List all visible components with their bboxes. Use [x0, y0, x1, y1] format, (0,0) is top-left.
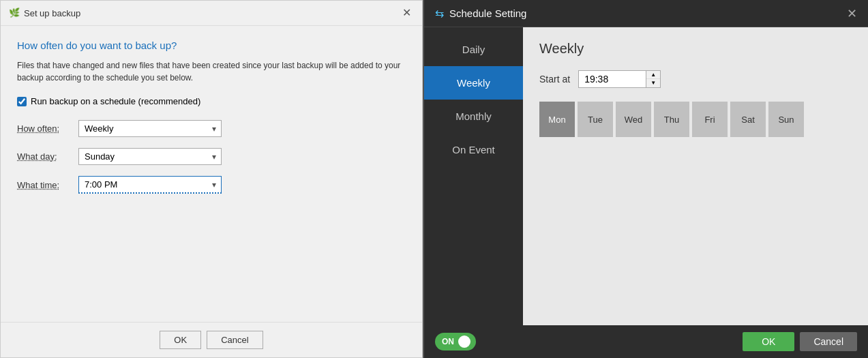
dialog-content: How often do you want to back up? Files … [1, 26, 422, 322]
day-button-wed[interactable]: Wed [616, 102, 651, 137]
day-button-sat[interactable]: Sat [730, 102, 766, 137]
dialog-footer: OK Cancel [1, 322, 422, 357]
toggle-label[interactable]: ON [435, 333, 476, 350]
left-cancel-button[interactable]: Cancel [207, 331, 263, 349]
nav-item-weekly[interactable]: Weekly [424, 66, 523, 100]
time-input[interactable] [578, 70, 646, 88]
schedule-close-button[interactable]: ✕ [847, 8, 857, 20]
schedule-nav: Daily Weekly Monthly On Event [424, 27, 523, 325]
what-time-select[interactable]: 7:00 PM 12:00 AM 6:00 AM 12:00 PM [78, 176, 222, 194]
nav-item-monthly[interactable]: Monthly [424, 100, 523, 133]
what-day-select-wrapper[interactable]: Sunday Monday Tuesday Wednesday Thursday… [78, 148, 222, 165]
dialog-description: Files that have changed and new files th… [17, 59, 406, 84]
dialog-title: Set up backup [24, 8, 80, 18]
dialog-titlebar: 🌿 Set up backup ✕ [1, 1, 422, 26]
schedule-cancel-button[interactable]: Cancel [800, 332, 857, 351]
toggle-circle [458, 335, 470, 348]
dialog-heading: How often do you want to back up? [17, 40, 406, 51]
time-spinner: ▲ ▼ [646, 70, 661, 88]
what-day-select[interactable]: Sunday Monday Tuesday Wednesday Thursday… [78, 148, 222, 165]
backup-icon: 🌿 [9, 8, 20, 18]
time-increment-button[interactable]: ▲ [646, 71, 660, 79]
schedule-arrow-icon: ⇆ [435, 7, 444, 20]
how-often-row: How often: Weekly Daily Monthly [17, 120, 406, 137]
start-at-label: Start at [539, 74, 570, 85]
nav-item-daily[interactable]: Daily [424, 33, 523, 66]
schedule-footer: ON OK Cancel [424, 325, 868, 358]
schedule-body: Daily Weekly Monthly On Event Weekly Sta… [424, 27, 868, 325]
schedule-checkbox-row: Run backup on a schedule (recommended) [17, 96, 406, 106]
dialog-title-area: 🌿 Set up backup [9, 8, 80, 18]
start-at-row: Start at ▲ ▼ [539, 70, 852, 88]
what-time-label: What time: [17, 180, 78, 190]
schedule-checkbox[interactable] [17, 97, 27, 106]
toggle-switch[interactable]: ON [435, 333, 476, 350]
how-often-select-wrapper[interactable]: Weekly Daily Monthly [78, 120, 222, 137]
what-time-row: What time: 7:00 PM 12:00 AM 6:00 AM 12:0… [17, 176, 406, 194]
schedule-titlebar: ⇆ Schedule Setting ✕ [424, 0, 868, 27]
how-often-select[interactable]: Weekly Daily Monthly [78, 120, 222, 137]
how-often-label: How often: [17, 123, 78, 134]
day-button-tue[interactable]: Tue [578, 102, 613, 137]
schedule-checkbox-label[interactable]: Run backup on a schedule (recommended) [31, 96, 200, 106]
schedule-title-area: ⇆ Schedule Setting [435, 7, 526, 20]
day-button-thu[interactable]: Thu [654, 102, 689, 137]
day-buttons: Mon Tue Wed Thu Fri Sat Sun [539, 102, 852, 137]
schedule-title: Schedule Setting [449, 8, 526, 19]
setup-backup-dialog: 🌿 Set up backup ✕ How often do you want … [0, 0, 423, 358]
time-input-wrapper: ▲ ▼ [578, 70, 661, 88]
schedule-content-title: Weekly [539, 41, 852, 57]
schedule-setting-panel: ⇆ Schedule Setting ✕ Daily Weekly Monthl… [424, 0, 868, 358]
schedule-content: Weekly Start at ▲ ▼ Mon Tue [523, 27, 868, 325]
what-time-select-wrapper[interactable]: 7:00 PM 12:00 AM 6:00 AM 12:00 PM [78, 176, 222, 194]
schedule-ok-button[interactable]: OK [743, 332, 794, 351]
left-ok-button[interactable]: OK [160, 331, 201, 349]
what-day-label: What day: [17, 151, 78, 162]
time-decrement-button[interactable]: ▼ [646, 79, 660, 87]
toggle-text: ON [442, 337, 454, 346]
day-button-mon[interactable]: Mon [539, 102, 575, 137]
footer-buttons: OK Cancel [743, 332, 857, 351]
day-button-fri[interactable]: Fri [692, 102, 728, 137]
day-button-sun[interactable]: Sun [768, 102, 804, 137]
nav-item-on-event[interactable]: On Event [424, 133, 523, 166]
left-dialog-close-button[interactable]: ✕ [400, 6, 414, 20]
what-day-row: What day: Sunday Monday Tuesday Wednesda… [17, 148, 406, 165]
